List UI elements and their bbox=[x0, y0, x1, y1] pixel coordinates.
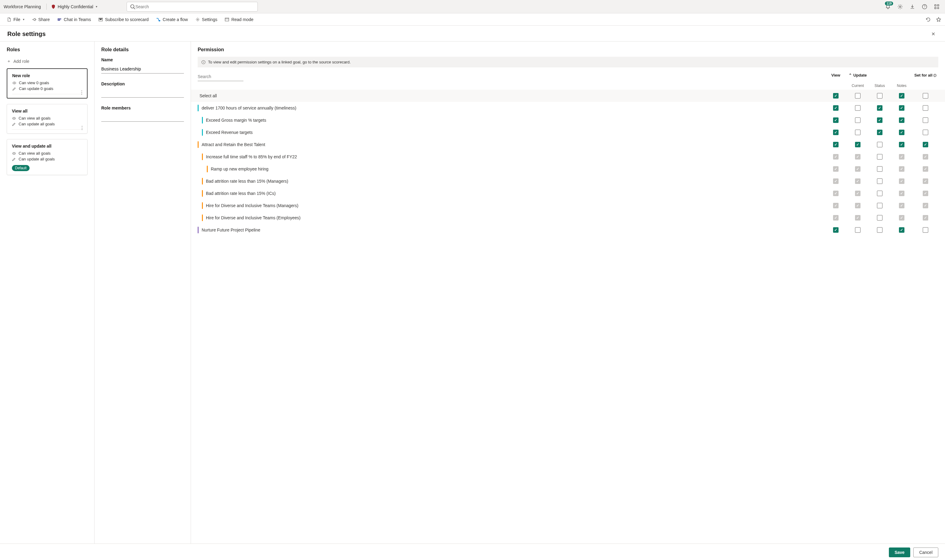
share-button[interactable]: Share bbox=[29, 16, 53, 23]
sensitivity-selector[interactable]: Highly Confidential ▾ bbox=[49, 4, 99, 10]
checkbox[interactable] bbox=[923, 130, 928, 135]
role-card[interactable]: New role Can view 0 goals Can update 0 g… bbox=[7, 68, 88, 98]
checkbox[interactable] bbox=[877, 154, 882, 160]
role-card-name: New role bbox=[12, 73, 82, 78]
svg-text:?: ? bbox=[923, 5, 925, 8]
checkbox[interactable] bbox=[855, 142, 860, 147]
checkbox[interactable] bbox=[899, 117, 905, 123]
checkbox[interactable] bbox=[855, 93, 860, 98]
role-card-menu[interactable]: ⋮ bbox=[79, 90, 84, 95]
download-icon[interactable] bbox=[910, 4, 915, 9]
gear-icon[interactable] bbox=[897, 4, 903, 9]
role-card-menu[interactable]: ⋮ bbox=[80, 125, 84, 131]
create-flow-button[interactable]: Create a flow bbox=[153, 16, 191, 23]
role-name-input[interactable] bbox=[101, 65, 184, 74]
svg-point-0 bbox=[131, 5, 134, 8]
checkbox[interactable] bbox=[877, 215, 882, 220]
checkbox[interactable] bbox=[877, 191, 882, 196]
edit-icon bbox=[12, 87, 17, 91]
goal-label: deliver 1700 hours of service annually (… bbox=[202, 106, 825, 111]
apps-icon[interactable] bbox=[934, 4, 939, 9]
role-update-line: Can update 0 goals bbox=[12, 86, 82, 91]
help-icon[interactable]: ? bbox=[922, 4, 927, 9]
svg-rect-14 bbox=[225, 18, 229, 21]
checkbox[interactable] bbox=[877, 105, 882, 111]
goal-label: Exceed Gross margin % targets bbox=[206, 118, 825, 123]
checkbox bbox=[923, 154, 928, 160]
checkbox[interactable] bbox=[899, 130, 905, 135]
refresh-icon[interactable] bbox=[925, 17, 931, 22]
col-header-view[interactable]: View bbox=[825, 73, 847, 77]
cancel-button[interactable]: Cancel bbox=[913, 548, 938, 557]
checkbox bbox=[855, 178, 860, 184]
checkbox[interactable] bbox=[855, 227, 860, 233]
subscribe-icon bbox=[98, 17, 103, 22]
permission-row: Increase full time staff % to 85% by end… bbox=[191, 151, 945, 163]
read-mode-button[interactable]: Read mode bbox=[222, 16, 256, 23]
svg-rect-7 bbox=[935, 7, 936, 9]
permission-row: Bad attrition rate less than 15% (ICs) bbox=[191, 187, 945, 200]
chat-teams-button[interactable]: T Chat in Teams bbox=[54, 16, 94, 23]
checkbox[interactable] bbox=[877, 227, 882, 233]
checkbox[interactable] bbox=[877, 142, 882, 147]
notifications-button[interactable]: 119 bbox=[885, 4, 891, 9]
col-header-setall[interactable]: Set for all ⓘ bbox=[913, 73, 938, 78]
close-button[interactable]: ✕ bbox=[929, 30, 938, 38]
role-card-name: View and update all bbox=[12, 144, 82, 149]
checkbox[interactable] bbox=[923, 117, 928, 123]
checkbox[interactable] bbox=[833, 117, 839, 123]
checkbox[interactable] bbox=[899, 105, 905, 111]
checkbox[interactable] bbox=[899, 142, 905, 147]
role-card[interactable]: View all Can view all goals Can update a… bbox=[7, 104, 88, 134]
col-header-update[interactable]: ⌃ Update bbox=[847, 73, 869, 77]
save-button[interactable]: Save bbox=[889, 548, 911, 557]
checkbox[interactable] bbox=[833, 130, 839, 135]
checkbox[interactable] bbox=[877, 178, 882, 184]
settings-button[interactable]: Settings bbox=[192, 16, 220, 23]
checkbox[interactable] bbox=[855, 117, 860, 123]
checkbox bbox=[923, 178, 928, 184]
checkbox[interactable] bbox=[923, 93, 928, 98]
checkbox[interactable] bbox=[923, 105, 928, 111]
checkbox[interactable] bbox=[877, 117, 882, 123]
svg-line-1 bbox=[134, 8, 135, 9]
permission-row: Hire for Diverse and Inclusive Teams (Ma… bbox=[191, 200, 945, 212]
checkbox[interactable] bbox=[833, 93, 839, 98]
subscribe-button[interactable]: Subscribe to scorecard bbox=[95, 16, 152, 23]
goal-color-bar bbox=[202, 154, 203, 160]
checkbox[interactable] bbox=[855, 105, 860, 111]
checkbox[interactable] bbox=[923, 227, 928, 233]
description-label: Description bbox=[101, 82, 184, 86]
checkbox[interactable] bbox=[877, 203, 882, 208]
checkbox[interactable] bbox=[877, 93, 882, 98]
checkbox bbox=[855, 166, 860, 172]
checkbox[interactable] bbox=[833, 142, 839, 147]
checkbox[interactable] bbox=[833, 227, 839, 233]
search-icon bbox=[130, 4, 135, 9]
permission-search-input[interactable] bbox=[198, 73, 243, 81]
file-menu[interactable]: File ▾ bbox=[4, 16, 28, 23]
add-role-button[interactable]: ＋ Add role bbox=[7, 57, 88, 68]
goal-color-bar bbox=[202, 202, 203, 209]
goal-label: Ramp up new employee hiring bbox=[211, 166, 825, 171]
checkbox bbox=[833, 203, 839, 208]
checkbox[interactable] bbox=[833, 105, 839, 111]
checkbox bbox=[833, 215, 839, 220]
star-icon[interactable] bbox=[936, 17, 941, 22]
app-name: Workforce Planning bbox=[4, 4, 44, 9]
checkbox[interactable] bbox=[899, 93, 905, 98]
role-members-input[interactable] bbox=[101, 113, 184, 122]
flow-icon bbox=[156, 17, 161, 22]
checkbox[interactable] bbox=[877, 130, 882, 135]
role-description-input[interactable] bbox=[101, 89, 184, 98]
goal-label: Exceed Revenue targets bbox=[206, 130, 825, 135]
eye-icon bbox=[12, 81, 17, 85]
role-card[interactable]: View and update all Can view all goals C… bbox=[7, 139, 88, 175]
search-input[interactable] bbox=[135, 4, 254, 9]
global-search[interactable] bbox=[126, 2, 258, 12]
permission-heading: Permission bbox=[198, 47, 938, 52]
checkbox[interactable] bbox=[855, 130, 860, 135]
checkbox[interactable] bbox=[877, 166, 882, 172]
checkbox[interactable] bbox=[923, 142, 928, 147]
checkbox[interactable] bbox=[899, 227, 905, 233]
